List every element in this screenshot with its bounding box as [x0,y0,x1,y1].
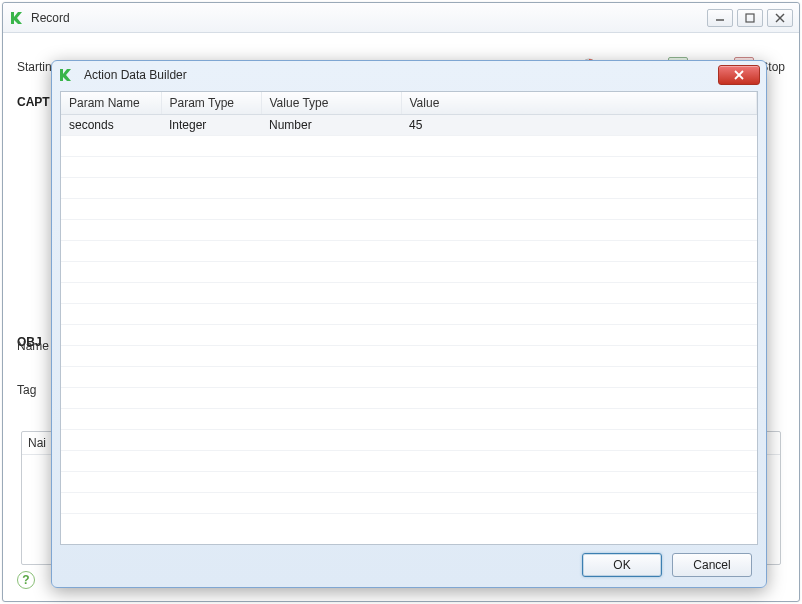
col-param-name[interactable]: Param Name [61,92,161,115]
table-row: . [61,199,757,220]
dialog-titlebar: Action Data Builder [52,61,766,89]
cell-value-type[interactable]: Number [261,115,401,136]
maximize-button[interactable] [737,9,763,27]
window-title: Record [31,11,70,25]
table-row: . [61,304,757,325]
cell-param-name[interactable]: seconds [61,115,161,136]
param-table[interactable]: Param Name Param Type Value Type Value s… [61,92,757,514]
table-row: . [61,409,757,430]
table-row: . [61,283,757,304]
tag-label: Tag [17,383,36,397]
table-row[interactable]: seconds Integer Number 45 [61,115,757,136]
cancel-button[interactable]: Cancel [672,553,752,577]
action-data-builder-dialog: Action Data Builder Param Name Param Typ… [51,60,767,588]
col-value[interactable]: Value [401,92,757,115]
close-button[interactable] [767,9,793,27]
cell-value[interactable]: 45 [401,115,757,136]
dialog-content: Param Name Param Type Value Type Value s… [60,91,758,545]
table-row: . [61,367,757,388]
table-row: . [61,241,757,262]
col-value-type[interactable]: Value Type [261,92,401,115]
help-icon[interactable]: ? [17,571,35,589]
col-param-type[interactable]: Param Type [161,92,261,115]
dialog-logo-icon [58,67,74,83]
record-titlebar: Record [3,3,799,33]
table-row: . [61,220,757,241]
table-row: . [61,325,757,346]
table-row: . [61,451,757,472]
dialog-close-button[interactable] [718,65,760,85]
table-row: . [61,262,757,283]
table-row: . [61,178,757,199]
cell-param-type[interactable]: Integer [161,115,261,136]
table-row: . [61,430,757,451]
table-row: . [61,346,757,367]
ok-button[interactable]: OK [582,553,662,577]
svg-rect-1 [746,14,754,22]
app-logo-icon [9,10,25,26]
table-row: . [61,136,757,157]
table-row: . [61,157,757,178]
dialog-title: Action Data Builder [84,68,187,82]
table-row: . [61,493,757,514]
table-row: . [61,388,757,409]
minimize-button[interactable] [707,9,733,27]
table-row: . [61,472,757,493]
name-label: Name [17,339,49,353]
